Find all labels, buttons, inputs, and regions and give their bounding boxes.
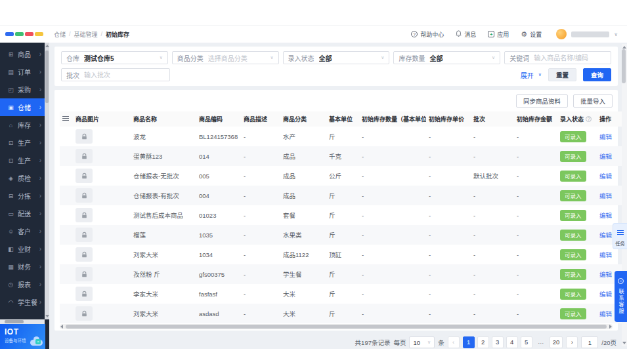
search-button[interactable]: 查询 xyxy=(583,68,611,81)
sidebar-item-student-meal[interactable]: ◠学生餐› xyxy=(0,293,45,311)
cell-qty: - xyxy=(359,284,426,304)
pager-page-5[interactable]: 5 xyxy=(521,336,532,348)
product-image-placeholder[interactable] xyxy=(76,188,93,203)
edit-link[interactable]: 编辑 xyxy=(599,310,612,317)
cell-desc: - xyxy=(241,186,280,205)
product-image-placeholder[interactable] xyxy=(76,149,93,163)
product-name: 李家大米 xyxy=(131,284,196,304)
pagination: 共197条记录 每页 10 ∨ 条 ‹ 12345…20 › /20页 xyxy=(54,331,618,348)
scroll-down-icon[interactable] xyxy=(622,342,626,344)
edit-link[interactable]: 编辑 xyxy=(599,271,612,278)
cell-unit: 斤 xyxy=(326,186,359,205)
product-image-placeholder[interactable] xyxy=(76,129,93,144)
product-image-placeholder[interactable] xyxy=(76,306,93,321)
sidebar-item-delivery[interactable]: ▭配送› xyxy=(0,205,45,222)
contact-support-floating-button[interactable]: 联系客服 xyxy=(615,271,627,322)
entry-status-select[interactable]: 录入状态 全部 ∨ xyxy=(283,51,390,64)
sidebar-item-products[interactable]: ⊞商品› xyxy=(0,45,45,63)
sidebar-item-orders[interactable]: ▤订单› xyxy=(0,63,45,81)
keyword-field[interactable]: 关键词 xyxy=(504,51,611,64)
tasks-floating-button[interactable]: 任务 xyxy=(613,223,627,249)
sidebar-item-finance[interactable]: ▦财务› xyxy=(0,258,45,275)
cell-batch: - xyxy=(471,225,514,245)
sidebar-vertical-scrollbar[interactable] xyxy=(45,43,49,319)
production2-icon: ⊡ xyxy=(7,157,15,164)
cell-qty: - xyxy=(359,264,426,284)
pager-page-1[interactable]: 1 xyxy=(463,336,475,348)
cell-price: - xyxy=(426,264,471,284)
pager-prev-button[interactable]: ‹ xyxy=(448,336,460,348)
warehouse-select[interactable]: 仓库 测试仓库5 ∨ xyxy=(61,51,168,64)
product-name: 波龙 xyxy=(131,127,196,146)
product-name: 榴莲 xyxy=(131,225,196,245)
scroll-left-icon[interactable] xyxy=(60,325,63,329)
column-settings-icon[interactable] xyxy=(62,115,69,121)
expand-toggle[interactable]: 展开 ∨ xyxy=(521,70,542,80)
sidebar-horizontal-scrollbar[interactable] xyxy=(0,319,45,324)
settings-button[interactable]: ⚙ 设置 xyxy=(521,30,542,39)
product-image-placeholder[interactable] xyxy=(76,228,93,242)
keyword-input[interactable] xyxy=(534,54,606,62)
product-image-placeholder[interactable] xyxy=(76,267,93,281)
edit-link[interactable]: 编辑 xyxy=(599,291,612,298)
scroll-right-icon[interactable] xyxy=(609,325,612,329)
category-select[interactable]: 商品分类 选择商品分类 ∨ xyxy=(172,51,279,64)
apps-button[interactable]: + 应用 xyxy=(488,30,509,39)
cell-price: - xyxy=(426,245,471,264)
sidebar-item-purchase[interactable]: ◰采购› xyxy=(0,81,45,98)
table-horizontal-scrollbar[interactable] xyxy=(60,324,613,329)
stock-qty-select[interactable]: 库存数量 全部 ∨ xyxy=(393,51,500,64)
pager-next-button[interactable]: › xyxy=(566,336,578,348)
sidebar-item-warehouse[interactable]: ▣仓储› xyxy=(0,98,45,116)
sidebar-item-production[interactable]: ⊡生产› xyxy=(0,134,45,152)
page-jump-input[interactable] xyxy=(581,336,598,348)
edit-link[interactable]: 编辑 xyxy=(599,192,612,199)
sidebar-item-customers[interactable]: ☺客户› xyxy=(0,222,45,240)
chevron-right-icon: › xyxy=(39,192,41,199)
sync-product-data-button[interactable]: 同步商品资料 xyxy=(516,94,568,108)
pager-page-3[interactable]: 3 xyxy=(492,336,504,348)
help-center-button[interactable]: ? 帮助中心 xyxy=(411,30,444,39)
batch-input[interactable] xyxy=(84,71,165,79)
breadcrumb-item[interactable]: 仓储 xyxy=(54,30,66,39)
sidebar-item-sorting[interactable]: ⊟分拣› xyxy=(0,187,45,205)
edit-link[interactable]: 编辑 xyxy=(599,153,612,160)
scroll-up-icon[interactable] xyxy=(622,46,626,49)
sidebar-item-reports[interactable]: ◷报表› xyxy=(0,275,45,293)
pager-page-2[interactable]: 2 xyxy=(477,336,489,348)
info-icon[interactable]: ? xyxy=(586,116,592,122)
scrollbar-thumb[interactable] xyxy=(622,49,626,83)
user-menu[interactable]: ∨ xyxy=(556,29,618,39)
sidebar-item-production2[interactable]: ⊡生产› xyxy=(0,152,45,169)
scrollbar-thumb[interactable] xyxy=(45,51,49,103)
sidebar-item-inventory[interactable]: ⌂库存› xyxy=(0,116,45,134)
product-image-placeholder[interactable] xyxy=(76,169,93,183)
reset-button[interactable]: 重置 xyxy=(548,68,576,81)
edit-link[interactable]: 编辑 xyxy=(599,232,612,239)
product-image-placeholder[interactable] xyxy=(76,247,93,262)
per-page-select[interactable]: 10 ∨ xyxy=(409,336,435,348)
scrollbar-thumb[interactable] xyxy=(66,325,607,329)
batch-field[interactable]: 批次 xyxy=(61,68,170,81)
breadcrumb-item[interactable]: 基础管理 xyxy=(74,30,98,39)
scrollbar-thumb[interactable] xyxy=(5,320,24,323)
pager-page-20[interactable]: 20 xyxy=(550,336,563,348)
iot-banner[interactable]: IOT 设备与环境 < xyxy=(0,324,45,349)
column-header: 初始库存单价 xyxy=(426,111,471,127)
product-image-placeholder[interactable] xyxy=(76,208,93,222)
sidebar-item-business-finance[interactable]: ◧业财› xyxy=(0,240,45,258)
delivery-icon: ▭ xyxy=(7,211,15,217)
messages-button[interactable]: 消息 xyxy=(456,30,476,39)
edit-link[interactable]: 编辑 xyxy=(599,172,612,180)
sidebar-item-quality[interactable]: ◈质检› xyxy=(0,169,45,187)
pager-page-4[interactable]: 4 xyxy=(506,336,518,348)
table-header-row: 商品图片商品名称商品编码商品描述商品分类基本单位初始库存数量（基本单位）初始库存… xyxy=(60,111,624,127)
batch-import-button[interactable]: 批量导入 xyxy=(573,94,613,108)
edit-link[interactable]: 编辑 xyxy=(599,251,612,258)
cell-category: 大米 xyxy=(280,304,326,323)
help-circle-icon: ? xyxy=(411,31,418,37)
edit-link[interactable]: 编辑 xyxy=(599,212,612,219)
cell-desc: - xyxy=(241,304,280,323)
product-image-placeholder[interactable] xyxy=(76,287,93,301)
edit-link[interactable]: 编辑 xyxy=(599,133,612,140)
